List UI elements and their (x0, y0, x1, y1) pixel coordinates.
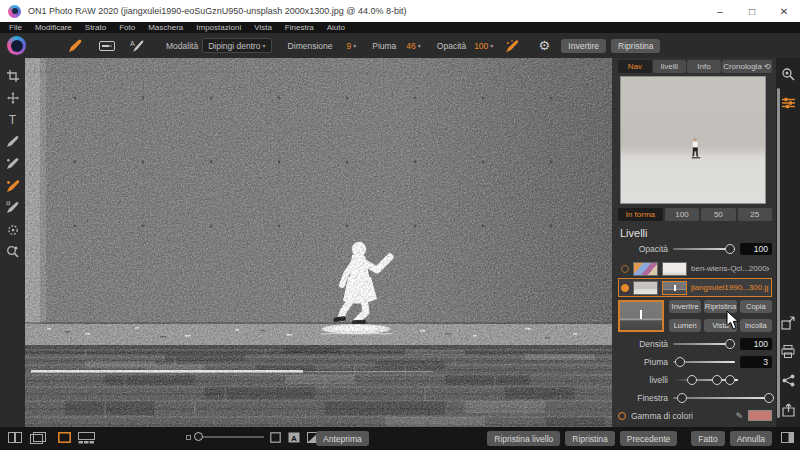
blur-tool-icon[interactable] (5, 222, 20, 237)
refine-brush-tool-icon[interactable] (5, 200, 20, 215)
compare-view-icon[interactable] (8, 432, 22, 443)
livelli-slider[interactable] (673, 374, 738, 386)
precedente-button[interactable]: Precedente (620, 431, 677, 446)
mask-invertire-button[interactable]: Invertire (669, 300, 701, 313)
clone-brush-tool-icon[interactable] (5, 134, 20, 149)
tab-info[interactable]: Info (687, 60, 721, 73)
adjust-brush-tool-icon[interactable] (5, 156, 20, 171)
perfect-brush-icon[interactable] (501, 36, 523, 56)
mask-lumen-button[interactable]: Lumen (669, 319, 701, 332)
masking-brush-icon[interactable] (64, 36, 86, 56)
zoom-100-button[interactable]: 100 (665, 208, 699, 221)
layer-opacity-slider[interactable] (673, 243, 735, 255)
layer-mask-thumbnail[interactable] (662, 281, 687, 295)
chevron-down-icon[interactable]: ▾ (418, 42, 421, 49)
tab-cronologia[interactable]: Cronologia ⟲ (722, 60, 772, 73)
layer-mask-thumbnail[interactable] (662, 262, 687, 276)
zoom-out-icon[interactable] (186, 435, 191, 440)
gamma-radio-icon[interactable] (618, 412, 626, 420)
canvas-area[interactable] (25, 58, 612, 427)
livelli-black-knob[interactable] (687, 375, 697, 385)
menu-impostazioni[interactable]: Impostazioni (196, 23, 241, 32)
densita-knob[interactable] (725, 339, 735, 349)
share-icon[interactable] (781, 373, 796, 388)
move-tool-icon[interactable] (5, 90, 20, 105)
eyedropper-icon[interactable]: ✎ (735, 411, 743, 421)
chevron-down-icon[interactable]: ▾ (353, 42, 356, 49)
nav-preview-image[interactable] (620, 76, 766, 204)
color-range-swatch[interactable] (748, 410, 772, 421)
menu-foto[interactable]: Foto (119, 23, 135, 32)
mask-preview-thumbnail[interactable] (618, 300, 664, 332)
text-tool-icon[interactable]: T (5, 112, 20, 127)
canvas-zoom-slider[interactable] (196, 436, 264, 438)
gear-icon[interactable]: ⚙ (533, 36, 555, 56)
finestra-slider[interactable] (673, 392, 772, 404)
masking-brush-tool-icon-active[interactable] (5, 178, 20, 193)
toolbar-ripristina-button[interactable]: Ripristina (611, 39, 660, 53)
canvas-image[interactable] (25, 58, 612, 427)
crop-tool-icon[interactable] (5, 68, 20, 83)
modalita-dropdown[interactable]: Dipingi dentro ▾ (202, 38, 271, 53)
piuma-slider[interactable] (673, 356, 735, 368)
densita-value[interactable]: 100 (740, 338, 772, 350)
mask-overlay-icon[interactable]: A (288, 432, 300, 443)
layer-visibility-icon[interactable] (621, 284, 629, 292)
zoom-25-button[interactable]: 25 (738, 208, 772, 221)
layer-opacity-knob[interactable] (725, 244, 735, 254)
ripristina-livello-button[interactable]: Ripristina livello (487, 431, 560, 446)
piuma-value[interactable]: 46 (406, 41, 415, 51)
annulla-button[interactable]: Annulla (730, 431, 772, 446)
panel-toggle-icon[interactable] (781, 432, 794, 443)
zoom-50-button[interactable]: 50 (701, 208, 735, 221)
livelli-white-knob[interactable] (725, 375, 735, 385)
ai-quick-mask-icon[interactable]: A (126, 36, 148, 56)
densita-slider[interactable] (673, 338, 735, 350)
zoom-tool-icon[interactable] (5, 244, 20, 259)
print-icon[interactable] (781, 344, 796, 359)
finestra-low-knob[interactable] (677, 393, 687, 403)
filmstrip-view-icon[interactable] (78, 432, 95, 444)
toolbar-invertire-button[interactable]: Invertire (561, 39, 606, 53)
layer-opacity-value[interactable]: 100 (740, 243, 772, 255)
tab-livelli[interactable]: livelli (653, 60, 687, 73)
layer-row-ben-wiens[interactable]: ben-wiens-Qcl...2000x1300.jpg (618, 260, 772, 277)
menu-file[interactable]: File (9, 23, 22, 32)
mask-view-icon[interactable] (270, 432, 281, 443)
menu-vista[interactable]: Vista (254, 23, 272, 32)
livelli-mid-knob[interactable] (712, 375, 722, 385)
menu-maschera[interactable]: Maschera (148, 23, 183, 32)
export-icon[interactable] (781, 402, 796, 417)
anteprima-button[interactable]: Anteprima (316, 431, 369, 446)
finestra-high-knob[interactable] (764, 393, 774, 403)
edit-adjustments-icon[interactable] (781, 95, 796, 110)
fatto-button[interactable]: Fatto (691, 431, 724, 446)
tab-nav[interactable]: Nav (618, 60, 652, 73)
piuma-value[interactable]: 3 (740, 356, 772, 368)
mask-copia-button[interactable]: Copia (740, 300, 772, 313)
opacita-value[interactable]: 100 (474, 41, 488, 51)
menu-strato[interactable]: Strato (85, 23, 106, 32)
layer-thumbnail[interactable] (633, 281, 658, 295)
layer-row-jiangxulei-selected[interactable]: jiangxulei1990...300.jpg copy 1 (618, 278, 772, 297)
mask-incolla-button[interactable]: Incolla (740, 319, 772, 332)
dimensione-value[interactable]: 9 (347, 41, 352, 51)
layer-visibility-icon[interactable] (621, 265, 629, 273)
finestra-track[interactable] (673, 397, 772, 399)
menu-modificare[interactable]: Modificare (35, 23, 72, 32)
resize-icon[interactable] (781, 315, 796, 330)
masking-bug-icon[interactable] (96, 36, 118, 56)
browse-search-icon[interactable] (781, 66, 796, 81)
ripristina-button[interactable]: Ripristina (565, 431, 614, 446)
maximize-button[interactable]: □ (736, 0, 768, 22)
menu-finestra[interactable]: Finestra (285, 23, 314, 32)
canvas-zoom-knob[interactable] (194, 432, 203, 441)
single-view-icon-active[interactable] (58, 432, 71, 443)
grid-view-icon[interactable] (30, 432, 46, 444)
panel-scrollbar[interactable] (777, 88, 780, 418)
layer-thumbnail[interactable] (633, 262, 658, 276)
close-button[interactable]: ✕ (768, 0, 800, 22)
menu-aiuto[interactable]: Aiuto (327, 23, 345, 32)
minimize-button[interactable]: – (704, 0, 736, 22)
piuma-knob[interactable] (675, 357, 685, 367)
